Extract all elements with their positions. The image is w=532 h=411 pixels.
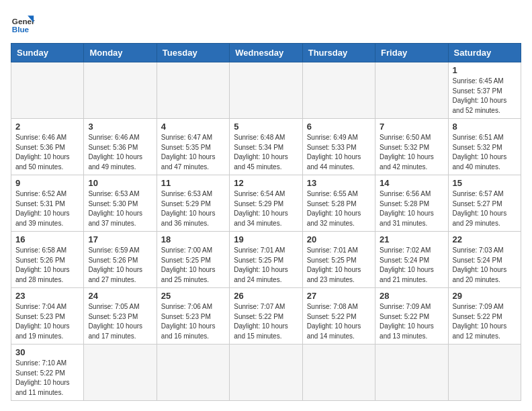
calendar-cell: 18Sunrise: 7:00 AM Sunset: 5:25 PM Dayli… (157, 232, 229, 288)
day-info: Sunrise: 6:57 AM Sunset: 5:27 PM Dayligh… (453, 189, 517, 228)
day-number: 23 (15, 291, 79, 301)
calendar-cell: 22Sunrise: 7:03 AM Sunset: 5:24 PM Dayli… (448, 232, 521, 288)
day-info: Sunrise: 7:09 AM Sunset: 5:22 PM Dayligh… (380, 302, 443, 341)
day-number: 12 (234, 178, 298, 188)
calendar-cell (84, 345, 157, 401)
calendar-cell (230, 62, 302, 119)
week-row-0: 1Sunrise: 6:45 AM Sunset: 5:37 PM Daylig… (11, 62, 521, 119)
day-number: 25 (161, 291, 225, 301)
header-tuesday: Tuesday (157, 44, 229, 62)
logo-icon: General Blue (11, 11, 35, 35)
day-info: Sunrise: 6:48 AM Sunset: 5:34 PM Dayligh… (234, 133, 298, 172)
day-info: Sunrise: 6:54 AM Sunset: 5:29 PM Dayligh… (234, 189, 298, 228)
day-number: 28 (380, 291, 443, 301)
calendar-cell: 21Sunrise: 7:02 AM Sunset: 5:24 PM Dayli… (375, 232, 448, 288)
calendar-cell: 8Sunrise: 6:51 AM Sunset: 5:32 PM Daylig… (448, 119, 521, 175)
day-number: 11 (161, 178, 225, 188)
day-info: Sunrise: 7:03 AM Sunset: 5:24 PM Dayligh… (453, 246, 517, 285)
week-row-1: 2Sunrise: 6:46 AM Sunset: 5:36 PM Daylig… (11, 119, 521, 175)
calendar-cell: 2Sunrise: 6:46 AM Sunset: 5:36 PM Daylig… (11, 119, 84, 175)
day-info: Sunrise: 6:45 AM Sunset: 5:37 PM Dayligh… (453, 77, 517, 116)
day-info: Sunrise: 6:49 AM Sunset: 5:33 PM Dayligh… (307, 133, 371, 172)
day-info: Sunrise: 7:07 AM Sunset: 5:22 PM Dayligh… (234, 302, 298, 341)
calendar-cell (157, 345, 229, 401)
calendar-cell (302, 62, 375, 119)
week-row-5: 30Sunrise: 7:10 AM Sunset: 5:22 PM Dayli… (11, 345, 521, 401)
calendar-cell: 13Sunrise: 6:55 AM Sunset: 5:28 PM Dayli… (302, 175, 375, 232)
day-info: Sunrise: 6:52 AM Sunset: 5:31 PM Dayligh… (15, 189, 79, 228)
day-number: 26 (234, 291, 298, 301)
day-number: 3 (88, 122, 152, 132)
calendar-cell: 10Sunrise: 6:53 AM Sunset: 5:30 PM Dayli… (84, 175, 157, 232)
calendar-cell (11, 62, 84, 119)
day-info: Sunrise: 7:06 AM Sunset: 5:23 PM Dayligh… (161, 302, 225, 341)
header-monday: Monday (84, 44, 157, 62)
day-info: Sunrise: 6:58 AM Sunset: 5:26 PM Dayligh… (15, 246, 79, 285)
calendar-cell (84, 62, 157, 119)
calendar-cell (375, 62, 448, 119)
day-info: Sunrise: 6:51 AM Sunset: 5:32 PM Dayligh… (453, 133, 517, 172)
calendar-cell: 29Sunrise: 7:09 AM Sunset: 5:22 PM Dayli… (448, 288, 521, 345)
day-info: Sunrise: 7:00 AM Sunset: 5:25 PM Dayligh… (161, 246, 225, 285)
day-number: 6 (307, 122, 371, 132)
day-info: Sunrise: 7:08 AM Sunset: 5:22 PM Dayligh… (307, 302, 371, 341)
day-info: Sunrise: 7:01 AM Sunset: 5:25 PM Dayligh… (234, 246, 298, 285)
day-info: Sunrise: 7:10 AM Sunset: 5:22 PM Dayligh… (15, 359, 79, 398)
week-row-2: 9Sunrise: 6:52 AM Sunset: 5:31 PM Daylig… (11, 175, 521, 232)
calendar-cell: 27Sunrise: 7:08 AM Sunset: 5:22 PM Dayli… (302, 288, 375, 345)
day-info: Sunrise: 7:01 AM Sunset: 5:25 PM Dayligh… (307, 246, 371, 285)
day-number: 20 (307, 234, 371, 244)
day-info: Sunrise: 6:50 AM Sunset: 5:32 PM Dayligh… (380, 133, 443, 172)
calendar-cell (375, 345, 448, 401)
day-number: 22 (453, 234, 517, 244)
calendar-cell: 28Sunrise: 7:09 AM Sunset: 5:22 PM Dayli… (375, 288, 448, 345)
day-number: 27 (307, 291, 371, 301)
day-number: 13 (307, 178, 371, 188)
day-number: 18 (161, 234, 225, 244)
day-info: Sunrise: 6:53 AM Sunset: 5:30 PM Dayligh… (88, 189, 152, 228)
calendar-header-row: SundayMondayTuesdayWednesdayThursdayFrid… (11, 44, 521, 62)
calendar-cell (157, 62, 229, 119)
calendar-cell: 6Sunrise: 6:49 AM Sunset: 5:33 PM Daylig… (302, 119, 375, 175)
calendar-cell: 15Sunrise: 6:57 AM Sunset: 5:27 PM Dayli… (448, 175, 521, 232)
day-info: Sunrise: 7:05 AM Sunset: 5:23 PM Dayligh… (88, 302, 152, 341)
day-info: Sunrise: 7:04 AM Sunset: 5:23 PM Dayligh… (15, 302, 79, 341)
day-info: Sunrise: 6:46 AM Sunset: 5:36 PM Dayligh… (15, 133, 79, 172)
day-number: 24 (88, 291, 152, 301)
day-info: Sunrise: 6:47 AM Sunset: 5:35 PM Dayligh… (161, 133, 225, 172)
logo: General Blue (11, 11, 35, 35)
calendar-cell: 3Sunrise: 6:46 AM Sunset: 5:36 PM Daylig… (84, 119, 157, 175)
calendar-cell (230, 345, 302, 401)
calendar-cell: 17Sunrise: 6:59 AM Sunset: 5:26 PM Dayli… (84, 232, 157, 288)
calendar-cell: 24Sunrise: 7:05 AM Sunset: 5:23 PM Dayli… (84, 288, 157, 345)
calendar-cell: 9Sunrise: 6:52 AM Sunset: 5:31 PM Daylig… (11, 175, 84, 232)
day-number: 29 (453, 291, 517, 301)
header-wednesday: Wednesday (230, 44, 302, 62)
header-sunday: Sunday (11, 44, 84, 62)
day-number: 2 (15, 122, 79, 132)
header-saturday: Saturday (448, 44, 521, 62)
calendar-cell: 7Sunrise: 6:50 AM Sunset: 5:32 PM Daylig… (375, 119, 448, 175)
calendar-cell: 11Sunrise: 6:53 AM Sunset: 5:29 PM Dayli… (157, 175, 229, 232)
day-info: Sunrise: 7:09 AM Sunset: 5:22 PM Dayligh… (453, 302, 517, 341)
day-number: 5 (234, 122, 298, 132)
calendar-cell: 20Sunrise: 7:01 AM Sunset: 5:25 PM Dayli… (302, 232, 375, 288)
calendar-cell: 12Sunrise: 6:54 AM Sunset: 5:29 PM Dayli… (230, 175, 302, 232)
day-number: 7 (380, 122, 443, 132)
day-number: 15 (453, 178, 517, 188)
day-info: Sunrise: 6:55 AM Sunset: 5:28 PM Dayligh… (307, 189, 371, 228)
calendar-cell: 19Sunrise: 7:01 AM Sunset: 5:25 PM Dayli… (230, 232, 302, 288)
day-number: 10 (88, 178, 152, 188)
day-number: 1 (453, 65, 517, 75)
calendar-cell: 30Sunrise: 7:10 AM Sunset: 5:22 PM Dayli… (11, 345, 84, 401)
calendar-cell: 4Sunrise: 6:47 AM Sunset: 5:35 PM Daylig… (157, 119, 229, 175)
calendar-cell: 25Sunrise: 7:06 AM Sunset: 5:23 PM Dayli… (157, 288, 229, 345)
calendar-cell (302, 345, 375, 401)
calendar-table: SundayMondayTuesdayWednesdayThursdayFrid… (11, 43, 521, 401)
day-number: 4 (161, 122, 225, 132)
day-number: 9 (15, 178, 79, 188)
day-info: Sunrise: 6:46 AM Sunset: 5:36 PM Dayligh… (88, 133, 152, 172)
calendar-cell: 26Sunrise: 7:07 AM Sunset: 5:22 PM Dayli… (230, 288, 302, 345)
day-number: 21 (380, 234, 443, 244)
header-friday: Friday (375, 44, 448, 62)
